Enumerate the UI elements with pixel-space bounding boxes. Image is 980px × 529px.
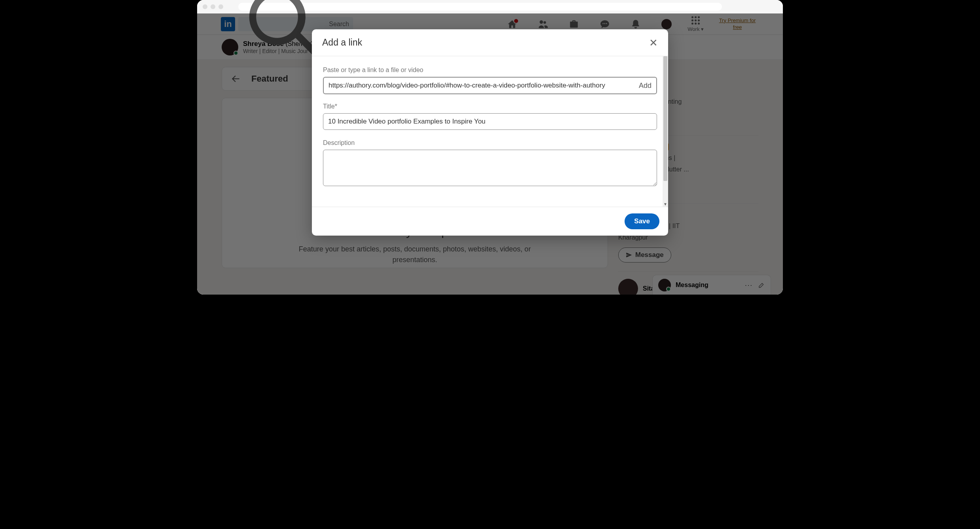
traffic-light-min[interactable]: [211, 4, 215, 9]
modal-scrollbar[interactable]: ▲ ▼: [663, 56, 668, 207]
description-input[interactable]: [323, 150, 657, 186]
close-icon[interactable]: ✕: [649, 38, 658, 48]
add-link-modal: Add a link ✕ Paste or type a link to a f…: [312, 29, 668, 236]
modal-body: Paste or type a link to a file or video …: [312, 56, 668, 207]
scroll-thumb[interactable]: [663, 56, 667, 181]
title-field-label: Title*: [323, 103, 657, 110]
browser-window: in Search: [197, 0, 783, 295]
link-field-label: Paste or type a link to a file or video: [323, 67, 657, 74]
link-input[interactable]: [329, 82, 635, 89]
add-button[interactable]: Add: [639, 82, 651, 90]
modal-title: Add a link: [322, 37, 362, 48]
app-area: in Search: [197, 13, 783, 295]
title-input[interactable]: [323, 113, 657, 130]
traffic-light-max[interactable]: [218, 4, 223, 9]
description-field-label: Description: [323, 139, 657, 147]
scroll-down-icon[interactable]: ▼: [663, 201, 668, 207]
modal-footer: Save: [312, 207, 668, 236]
traffic-light-close[interactable]: [203, 4, 207, 9]
link-input-row: Add: [323, 77, 657, 94]
modal-header: Add a link ✕: [312, 29, 668, 56]
save-button[interactable]: Save: [625, 213, 659, 229]
